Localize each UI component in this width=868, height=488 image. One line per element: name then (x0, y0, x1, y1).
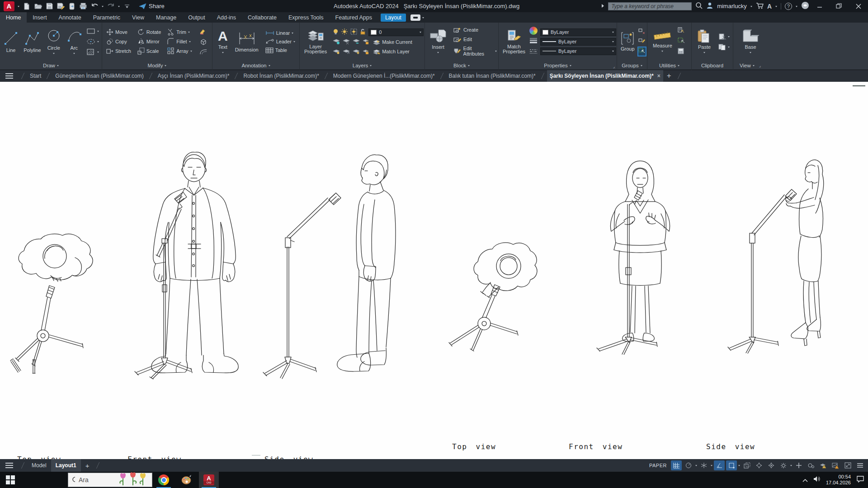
side-view-man-drawing[interactable] (253, 149, 402, 380)
chevron-down-icon[interactable] (790, 465, 792, 467)
panel-label-clipboard[interactable]: Clipboard (692, 62, 733, 69)
rectangle-tool-button[interactable] (85, 28, 100, 35)
offset-button[interactable] (198, 48, 209, 56)
circle-button[interactable]: Circle (44, 27, 63, 56)
annotation-monitor-warning-icon[interactable] (818, 460, 829, 470)
autocad-taskbar-icon[interactable]: ACAD (199, 472, 219, 488)
panel-label-block[interactable]: Block (425, 62, 498, 69)
tab-home[interactable]: Home (0, 12, 27, 23)
match-layer-button[interactable]: Match Layer (372, 48, 411, 55)
insert-block-button[interactable]: Insert (428, 28, 448, 55)
customize-qat-button[interactable] (123, 2, 131, 10)
layer-thaw-sun-icon[interactable] (341, 28, 348, 36)
base-view-button[interactable]: Base (740, 28, 761, 55)
top-view-woman-drawing[interactable] (445, 237, 542, 373)
layer-properties-button[interactable]: Layer Properties (302, 28, 329, 55)
lineweight-icon[interactable] (529, 38, 538, 46)
quick-select-icon[interactable] (678, 27, 685, 35)
help-icon[interactable]: ? (785, 3, 792, 10)
undo-history-chevron-icon[interactable] (102, 6, 104, 8)
ellipse-tool-button[interactable] (85, 38, 100, 45)
paste-button[interactable]: Paste (695, 28, 713, 55)
layer-off-icon[interactable] (343, 39, 350, 46)
edit-attributes-button[interactable]: Edit Attributes (452, 45, 498, 57)
dimension-button[interactable]: Dimension (233, 30, 260, 53)
view-label-top-right[interactable]: Top view (452, 442, 496, 451)
dynamic-input-toggle-on[interactable] (714, 460, 725, 470)
taskbar-search-input[interactable] (79, 476, 115, 483)
stretch-button[interactable]: Stretch (105, 47, 132, 55)
trim-button[interactable]: Trim (166, 28, 193, 36)
fillet-button[interactable]: Fillet (166, 38, 193, 46)
panel-expand-icon[interactable]: ⌟ (759, 63, 761, 68)
app-store-cart-icon[interactable] (756, 2, 764, 10)
tab-express-tools[interactable]: Express Tools (283, 12, 330, 23)
polyline-button[interactable]: Polyline (22, 29, 43, 54)
clean-screen-icon[interactable] (842, 460, 853, 470)
doc-tab-guneslenen[interactable]: Güneşlenen İnsan (PislikMimar.com) (52, 70, 146, 82)
group-selection-toggle-selected[interactable] (638, 47, 646, 56)
hatch-tool-button[interactable] (85, 48, 100, 56)
image-frame-warning-icon[interactable] (830, 460, 841, 470)
tab-featured-apps[interactable]: Featured Apps (330, 12, 378, 23)
tab-layout-highlighted[interactable]: Layout (381, 14, 406, 22)
doc-tab-modern[interactable]: Modern Güneşlenen İ...(PislikMimar.com)* (330, 70, 438, 82)
panel-label-layers[interactable]: Layers (300, 62, 425, 69)
group-button[interactable]: Group (619, 31, 637, 52)
taskbar-clock[interactable]: 00:54 17.04.2026 (826, 474, 851, 486)
move-button[interactable]: Move (105, 28, 132, 36)
action-center-icon[interactable] (856, 475, 864, 484)
panel-label-utilities[interactable]: Utilities (647, 62, 691, 69)
doc-tab-asci[interactable]: Aşçı İnsan (PislikMimar.com)* (155, 70, 232, 82)
create-block-button[interactable]: Create (452, 26, 498, 33)
tab-insert[interactable]: Insert (27, 12, 52, 23)
array-button[interactable]: Array (166, 47, 193, 55)
layer-dropdown[interactable]: 0 (368, 28, 424, 36)
drawing-canvas[interactable]: Top view Front view Side view Top view F… (0, 82, 868, 459)
erase-button[interactable] (198, 28, 209, 36)
panel-label-groups[interactable]: Groups (617, 62, 647, 69)
model-tab[interactable]: Model (27, 459, 51, 472)
layer-unlock-variant-icon[interactable] (363, 48, 369, 55)
search-icon[interactable] (695, 2, 703, 10)
tab-annotate[interactable]: Annotate (53, 12, 87, 23)
layer-on-bulb-icon[interactable] (333, 28, 339, 36)
layer-lock-icon[interactable] (363, 39, 369, 46)
select-similar-icon[interactable] (678, 38, 685, 46)
front-view-man-drawing[interactable] (122, 149, 240, 380)
signed-in-username[interactable]: mimarlucky (717, 3, 747, 9)
line-button[interactable]: Line (1, 29, 20, 54)
save-as-button[interactable] (57, 2, 65, 10)
scale-button[interactable]: Scale (136, 47, 162, 55)
layer-unlock-icon[interactable] (360, 28, 366, 36)
copy-clip-icon[interactable] (717, 43, 731, 51)
arc-button[interactable]: Arc (65, 27, 84, 56)
layer-freeze-icon[interactable] (333, 39, 340, 46)
grid-display-toggle-on[interactable] (671, 460, 682, 470)
share-button[interactable]: Share (139, 3, 165, 9)
close-button[interactable] (849, 0, 868, 12)
plot-button[interactable] (79, 2, 87, 10)
object-snap-toggle-on[interactable] (726, 460, 737, 470)
workspace-settings-gear-icon[interactable] (778, 460, 789, 470)
tab-addins[interactable]: Add-ins (211, 12, 242, 23)
layer-isolate-icon[interactable] (353, 39, 360, 46)
lineweight-dropdown[interactable]: ByLayer (540, 38, 616, 46)
minimize-button[interactable] (810, 0, 829, 12)
group-edit-icon[interactable] (638, 38, 646, 46)
ribbon-display-toggle[interactable] (410, 14, 424, 21)
ungroup-icon[interactable] (638, 28, 646, 36)
hidden-icons-chevron[interactable] (802, 476, 808, 484)
object-color-dropdown[interactable]: ByLayer (540, 28, 616, 36)
undo-button[interactable] (90, 2, 99, 10)
autodesk-menu-chevron-icon[interactable] (775, 6, 777, 8)
linear-dimension-button[interactable]: Linear (264, 30, 297, 36)
layer-on-variant-icon[interactable] (333, 48, 340, 55)
isodraft-toggle[interactable] (698, 460, 709, 470)
doc-tabs-menu-icon[interactable] (0, 70, 19, 82)
mirror-button[interactable]: Mirror (136, 38, 162, 46)
autocad-app-menu-button[interactable]: A (4, 1, 14, 11)
redo-history-chevron-icon[interactable] (118, 6, 120, 8)
explode-button[interactable] (198, 38, 209, 46)
volume-icon[interactable] (813, 476, 821, 484)
